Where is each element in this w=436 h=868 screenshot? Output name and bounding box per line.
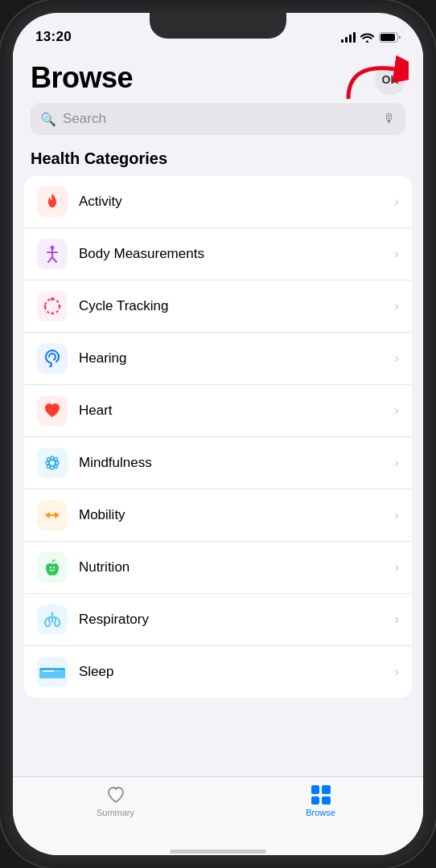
category-list: Activity › Bod: [24, 176, 412, 698]
category-item-body-measurements[interactable]: Body Measurements ›: [24, 228, 412, 280]
category-name-mindfulness: Mindfulness: [79, 455, 394, 471]
search-placeholder: Search: [63, 111, 376, 127]
section-title: Health Categories: [13, 145, 423, 176]
chevron-icon: ›: [394, 612, 399, 628]
svg-point-22: [55, 465, 58, 469]
chevron-icon: ›: [394, 246, 399, 262]
svg-point-23: [50, 567, 51, 568]
chevron-icon: ›: [394, 298, 399, 314]
battery-icon: [379, 32, 401, 43]
browse-tab-icon: [311, 785, 331, 805]
category-name-mobility: Mobility: [79, 507, 394, 523]
category-item-hearing[interactable]: Hearing ›: [24, 333, 412, 385]
chevron-icon: ›: [394, 194, 399, 210]
respiratory-icon: [37, 604, 68, 635]
svg-point-12: [51, 313, 54, 315]
svg-point-17: [46, 461, 49, 465]
red-arrow-icon: [344, 55, 409, 103]
sleep-icon: [37, 657, 68, 687]
svg-point-20: [55, 458, 58, 461]
tab-summary-label: Summary: [97, 808, 134, 817]
category-name-cycle-tracking: Cycle Tracking: [79, 298, 394, 314]
category-item-nutrition[interactable]: Nutrition ›: [24, 542, 412, 594]
category-name-body-measurements: Body Measurements: [79, 246, 394, 262]
wifi-icon: [360, 32, 374, 43]
tab-browse[interactable]: Browse: [218, 785, 423, 817]
chevron-icon: ›: [394, 403, 399, 419]
svg-point-15: [51, 457, 54, 460]
chevron-icon: ›: [394, 664, 399, 680]
mobility-icon: [37, 500, 68, 530]
mindfulness-icon: [37, 448, 68, 478]
category-name-nutrition: Nutrition: [79, 559, 394, 575]
phone-screen: 13:20: [13, 13, 423, 855]
hearing-icon: [37, 343, 68, 374]
summary-tab-icon: [106, 785, 125, 805]
category-item-mobility[interactable]: Mobility ›: [24, 489, 412, 542]
status-icons: [341, 31, 401, 43]
svg-point-11: [59, 305, 61, 308]
svg-point-19: [47, 458, 51, 461]
svg-point-10: [51, 297, 54, 301]
status-time: 13:20: [35, 29, 72, 45]
category-item-mindfulness[interactable]: Mindfulness ›: [24, 437, 412, 489]
phone-frame: 13:20: [0, 0, 436, 868]
category-name-heart: Heart: [79, 403, 394, 419]
category-item-cycle-tracking[interactable]: Cycle Tracking ›: [24, 280, 412, 333]
svg-line-7: [48, 257, 52, 262]
page-header: Browse OK: [13, 51, 423, 95]
category-item-activity[interactable]: Activity ›: [24, 176, 412, 228]
category-item-heart[interactable]: Heart ›: [24, 385, 412, 437]
svg-point-21: [47, 465, 51, 469]
svg-point-9: [45, 299, 60, 313]
svg-point-24: [53, 567, 55, 568]
search-icon: 🔍: [40, 112, 56, 127]
svg-rect-1: [380, 34, 395, 41]
cycle-tracking-icon: [37, 291, 68, 321]
category-name-respiratory: Respiratory: [79, 612, 394, 628]
chevron-icon: ›: [394, 455, 399, 471]
home-indicator: [13, 847, 423, 855]
category-item-respiratory[interactable]: Respiratory ›: [24, 594, 412, 646]
svg-point-18: [56, 461, 59, 465]
body-measurements-icon: [37, 239, 68, 269]
chevron-icon: ›: [394, 507, 399, 523]
category-name-activity: Activity: [79, 194, 394, 210]
tab-summary[interactable]: Summary: [13, 785, 218, 817]
chevron-icon: ›: [394, 350, 399, 366]
search-bar[interactable]: 🔍 Search 🎙: [31, 103, 405, 135]
category-name-sleep: Sleep: [79, 664, 394, 680]
svg-line-8: [52, 257, 56, 262]
category-name-hearing: Hearing: [79, 350, 394, 366]
svg-point-13: [44, 305, 47, 308]
svg-point-16: [51, 466, 54, 469]
heart-icon: [37, 395, 68, 426]
tab-browse-label: Browse: [306, 808, 335, 817]
activity-icon: [37, 186, 68, 217]
tab-bar: Summary Browse: [13, 776, 423, 847]
main-content: Browse OK 🔍: [13, 51, 423, 776]
notch: [150, 13, 286, 39]
page-title: Browse: [31, 61, 133, 95]
nutrition-icon: [37, 552, 68, 583]
chevron-icon: ›: [394, 559, 399, 575]
microphone-icon[interactable]: 🎙: [383, 112, 396, 126]
category-item-sleep[interactable]: Sleep ›: [24, 646, 412, 698]
home-bar: [170, 850, 266, 854]
signal-icon: [341, 31, 356, 43]
svg-rect-30: [39, 668, 65, 670]
